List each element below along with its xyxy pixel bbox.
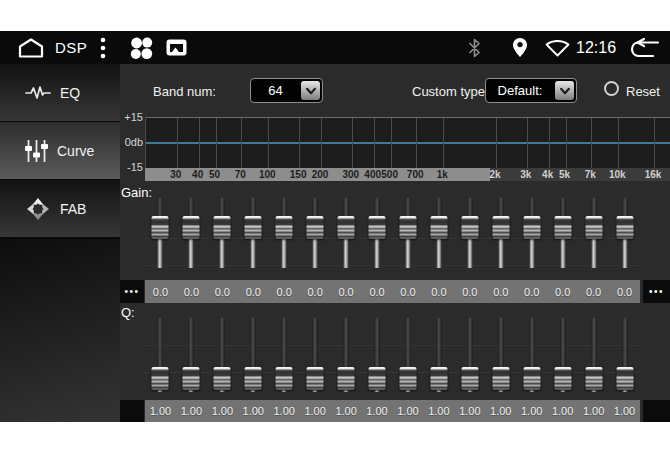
- q-slider[interactable]: [300, 316, 331, 394]
- gain-slider[interactable]: [269, 195, 300, 270]
- gain-slider[interactable]: [238, 195, 269, 270]
- apps-button[interactable]: [128, 35, 154, 61]
- gain-slider-knob[interactable]: [245, 216, 262, 239]
- gain-slider[interactable]: [609, 195, 640, 270]
- gain-slider[interactable]: [454, 195, 485, 270]
- reset-radio[interactable]: [604, 81, 619, 96]
- frequency-tick-label: 30: [170, 169, 181, 180]
- q-slider[interactable]: [578, 316, 609, 394]
- custom-type-value: Default:: [486, 79, 554, 102]
- gain-slider[interactable]: [362, 195, 393, 270]
- curve-sliders-icon: [25, 139, 48, 163]
- q-slider[interactable]: [331, 316, 362, 394]
- custom-type-dropdown-button[interactable]: [555, 81, 574, 100]
- gain-slider-knob[interactable]: [616, 216, 633, 239]
- sidebar-item-eq[interactable]: EQ: [0, 64, 120, 121]
- q-slider-knob[interactable]: [554, 367, 571, 390]
- gain-slider[interactable]: [207, 195, 238, 270]
- q-value: 1.00: [238, 400, 269, 422]
- gain-slider-knob[interactable]: [307, 216, 324, 239]
- gain-slider[interactable]: [578, 195, 609, 270]
- gain-slider-knob[interactable]: [338, 216, 355, 239]
- q-slider[interactable]: [423, 316, 454, 394]
- sidebar-item-fab[interactable]: FAB: [0, 180, 120, 237]
- gain-value: 0.0: [238, 280, 269, 303]
- q-slider-knob[interactable]: [307, 367, 324, 390]
- q-slider-knob[interactable]: [461, 367, 478, 390]
- q-slider[interactable]: [238, 316, 269, 394]
- gain-slider[interactable]: [516, 195, 547, 270]
- gain-slider[interactable]: [393, 195, 424, 270]
- gain-slider-knob[interactable]: [399, 216, 416, 239]
- gain-slider-knob[interactable]: [214, 216, 231, 239]
- gain-value: 0.0: [362, 280, 393, 303]
- gain-slider-knob[interactable]: [276, 216, 293, 239]
- q-row-right-endbox: [643, 400, 670, 422]
- q-slider-knob[interactable]: [245, 367, 262, 390]
- q-slider[interactable]: [454, 316, 485, 394]
- q-slider[interactable]: [269, 316, 300, 394]
- q-slider-knob[interactable]: [214, 367, 231, 390]
- gain-more-left-button[interactable]: •••: [120, 280, 144, 303]
- back-button[interactable]: [627, 38, 661, 58]
- gain-slider-knob[interactable]: [183, 216, 200, 239]
- q-slider[interactable]: [547, 316, 578, 394]
- q-slider-knob[interactable]: [585, 367, 602, 390]
- gain-slider[interactable]: [547, 195, 578, 270]
- q-slider-knob[interactable]: [276, 367, 293, 390]
- fab-diamond-icon: [25, 196, 51, 222]
- q-value: 1.00: [269, 400, 300, 422]
- q-slider[interactable]: [176, 316, 207, 394]
- q-slider-knob[interactable]: [430, 367, 447, 390]
- gain-slider-knob[interactable]: [585, 216, 602, 239]
- gain-slider-knob[interactable]: [430, 216, 447, 239]
- gain-more-right-button[interactable]: •••: [643, 280, 670, 303]
- frequency-tick-label: 300: [342, 169, 359, 180]
- gain-slider[interactable]: [423, 195, 454, 270]
- band-num-dropdown[interactable]: 64: [250, 78, 323, 103]
- q-slider-knob[interactable]: [183, 367, 200, 390]
- q-slider-knob[interactable]: [492, 367, 509, 390]
- gain-value: 0.0: [176, 280, 207, 303]
- gain-slider-knob[interactable]: [492, 216, 509, 239]
- frequency-tick-label: 400: [364, 169, 381, 180]
- sidebar: EQ Curve: [0, 64, 120, 422]
- home-button[interactable]: [16, 36, 46, 59]
- sidebar-item-curve[interactable]: Curve: [0, 122, 120, 179]
- band-num-dropdown-button[interactable]: [301, 81, 320, 100]
- gain-slider[interactable]: [331, 195, 362, 270]
- gain-slider[interactable]: [485, 195, 516, 270]
- q-slider[interactable]: [609, 316, 640, 394]
- q-slider[interactable]: [145, 316, 176, 394]
- custom-type-dropdown[interactable]: Default:: [485, 78, 577, 103]
- gain-value: 0.0: [485, 280, 516, 303]
- q-slider[interactable]: [362, 316, 393, 394]
- q-slider-knob[interactable]: [616, 367, 633, 390]
- q-slider-knob[interactable]: [338, 367, 355, 390]
- q-slider[interactable]: [485, 316, 516, 394]
- gain-slider[interactable]: [145, 195, 176, 270]
- q-slider-knob[interactable]: [523, 367, 540, 390]
- gallery-button[interactable]: [166, 39, 187, 56]
- gain-slider-knob[interactable]: [523, 216, 540, 239]
- gain-slider[interactable]: [300, 195, 331, 270]
- gain-slider-knob[interactable]: [461, 216, 478, 239]
- home-icon: [16, 37, 46, 59]
- q-slider[interactable]: [516, 316, 547, 394]
- gain-slider-knob[interactable]: [554, 216, 571, 239]
- grid-line-vertical: [527, 118, 528, 169]
- q-slider-knob[interactable]: [399, 367, 416, 390]
- gain-slider-knob[interactable]: [369, 216, 386, 239]
- gain-slider-knob[interactable]: [152, 216, 169, 239]
- frequency-tick-label: 7k: [585, 169, 596, 180]
- menu-button[interactable]: [99, 37, 107, 59]
- gain-values-row: 0.00.00.00.00.00.00.00.00.00.00.00.00.00…: [145, 280, 640, 303]
- frequency-tick-label: 50: [209, 169, 220, 180]
- q-slider-knob[interactable]: [152, 367, 169, 390]
- grid-line-vertical: [566, 118, 567, 169]
- q-slider-knob[interactable]: [369, 367, 386, 390]
- gain-slider[interactable]: [176, 195, 207, 270]
- frequency-tick-label: 1k: [437, 169, 448, 180]
- q-slider[interactable]: [393, 316, 424, 394]
- q-slider[interactable]: [207, 316, 238, 394]
